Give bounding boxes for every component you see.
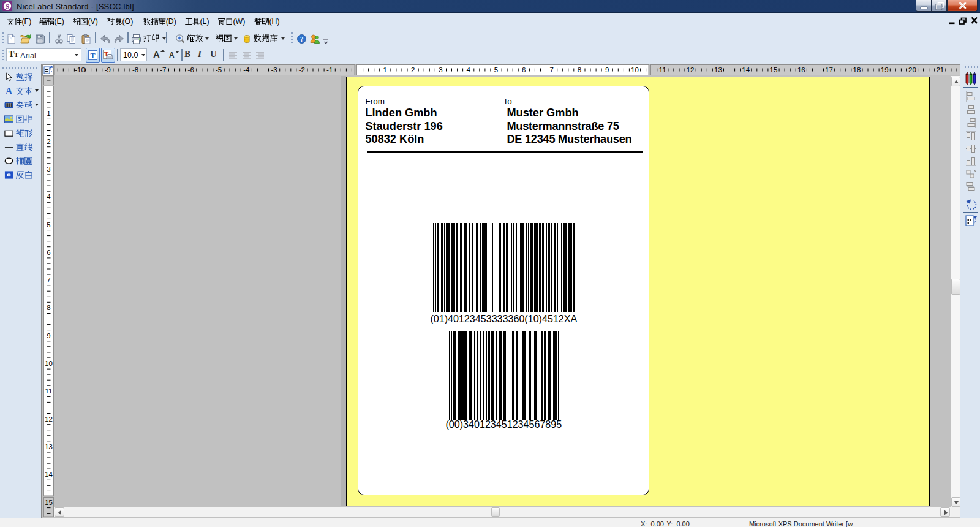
svg-text:11: 11	[659, 66, 666, 74]
svg-text:13: 13	[714, 66, 722, 74]
svg-text:19: 19	[881, 66, 889, 74]
svg-text:16: 16	[797, 66, 805, 74]
svg-text:14: 14	[45, 471, 53, 478]
svg-text:-6: -6	[188, 66, 194, 74]
svg-text:8: 8	[47, 304, 50, 311]
svg-text:-3: -3	[271, 66, 277, 74]
svg-text:10: 10	[631, 66, 639, 74]
svg-text:6: 6	[47, 249, 50, 256]
svg-text:S: S	[6, 3, 9, 10]
svg-text:14: 14	[742, 66, 750, 74]
svg-text:15: 15	[45, 499, 53, 506]
svg-text:2: 2	[411, 66, 415, 74]
svg-text:10: 10	[45, 360, 53, 367]
svg-text:T: T	[90, 51, 95, 59]
svg-text:9: 9	[605, 66, 609, 74]
svg-text:4: 4	[47, 193, 51, 200]
svg-text:20: 20	[908, 66, 916, 74]
svg-text:-1: -1	[326, 66, 333, 74]
svg-text:9: 9	[47, 332, 50, 339]
svg-text:8: 8	[578, 66, 581, 74]
svg-text:-10: -10	[75, 66, 85, 74]
svg-text:11: 11	[45, 387, 53, 395]
svg-text:18: 18	[853, 66, 861, 74]
svg-text:7: 7	[549, 66, 553, 74]
svg-text:5: 5	[47, 221, 50, 229]
svg-text:?: ?	[300, 36, 304, 43]
svg-text:-2: -2	[299, 66, 305, 74]
svg-text:5: 5	[494, 66, 498, 74]
svg-text:13: 13	[45, 443, 53, 450]
svg-text:21: 21	[936, 66, 944, 74]
svg-text:2: 2	[47, 138, 50, 145]
svg-text:-5: -5	[216, 66, 222, 74]
svg-text:-4: -4	[243, 66, 250, 74]
svg-text:1: 1	[383, 66, 387, 74]
svg-text:17: 17	[825, 66, 833, 74]
svg-text:-8: -8	[132, 66, 138, 74]
svg-text:A: A	[6, 86, 13, 96]
svg-text:6: 6	[522, 66, 526, 74]
svg-text:3: 3	[439, 66, 442, 74]
svg-text:1: 1	[47, 110, 50, 117]
svg-text:12: 12	[45, 415, 53, 423]
svg-text:4: 4	[466, 66, 470, 74]
svg-text:12: 12	[687, 66, 695, 74]
svg-text:3: 3	[47, 165, 50, 173]
svg-text:-7: -7	[160, 66, 166, 74]
svg-text:-9: -9	[105, 66, 111, 74]
svg-text:15: 15	[770, 66, 778, 74]
svg-text:7: 7	[47, 276, 50, 284]
